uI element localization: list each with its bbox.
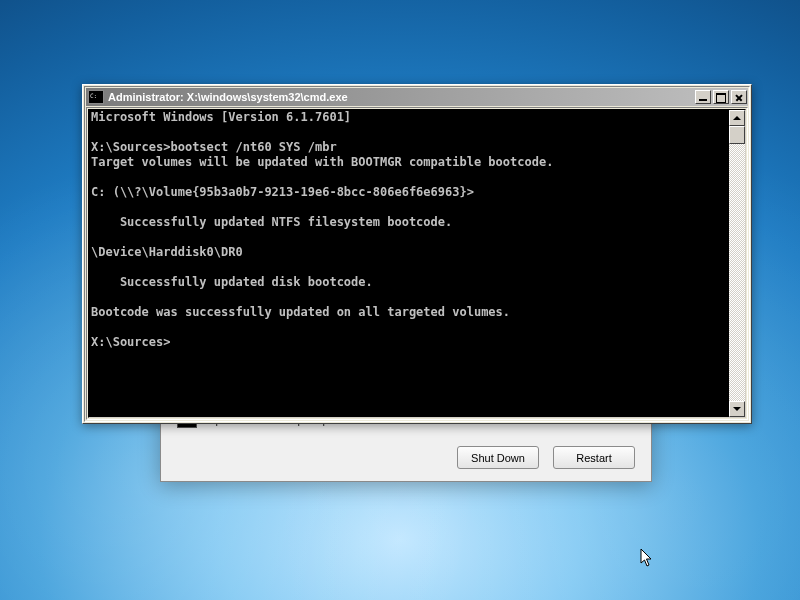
cmd-window: Administrator: X:\windows\system32\cmd.e…: [82, 84, 752, 424]
scroll-down-button[interactable]: [729, 401, 745, 417]
minimize-button[interactable]: [695, 90, 711, 104]
maximize-button[interactable]: [713, 90, 729, 104]
close-button[interactable]: [731, 90, 747, 104]
mouse-cursor-icon: [640, 548, 654, 568]
console-output[interactable]: Microsoft Windows [Version 6.1.7601] X:\…: [89, 110, 729, 417]
restart-button[interactable]: Restart: [553, 446, 635, 469]
cmd-app-icon: [88, 90, 104, 104]
cmd-titlebar[interactable]: Administrator: X:\windows\system32\cmd.e…: [86, 88, 748, 106]
desktop-background: Open a command prompt window Shut Down R…: [0, 0, 800, 600]
vertical-scrollbar[interactable]: [729, 110, 745, 417]
scroll-thumb[interactable]: [729, 126, 745, 144]
cmd-title-text: Administrator: X:\windows\system32\cmd.e…: [108, 91, 695, 103]
scroll-track[interactable]: [729, 126, 745, 401]
shutdown-button[interactable]: Shut Down: [457, 446, 539, 469]
scroll-up-button[interactable]: [729, 110, 745, 126]
